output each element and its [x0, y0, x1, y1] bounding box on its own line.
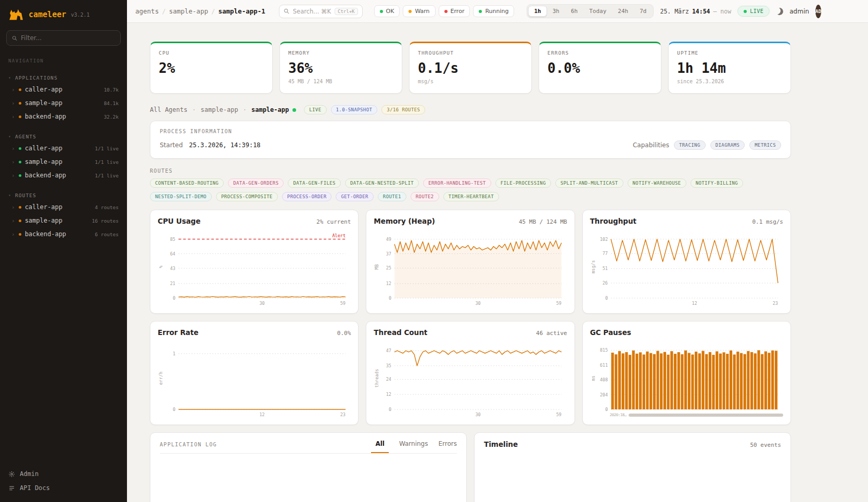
sidebar-item-applications-sample-app[interactable]: ›sample-app84.1k: [0, 96, 127, 110]
chart-value: 0.0%: [337, 330, 351, 337]
filter-input[interactable]: [21, 34, 115, 42]
avatar[interactable]: AD: [815, 5, 821, 18]
svg-text:12: 12: [386, 281, 391, 286]
status-dot: [19, 115, 21, 118]
route-badge-error-handling-test[interactable]: ERROR-HANDLING-TEST: [423, 178, 491, 188]
svg-text:0: 0: [389, 295, 391, 301]
stat-card-throughput: THROUGHPUT 0.1/s msg/s: [409, 42, 532, 94]
log-tab-errors[interactable]: Errors: [438, 440, 457, 453]
svg-text:59: 59: [556, 412, 561, 417]
log-tab-all[interactable]: All: [371, 440, 389, 453]
time-range-3h[interactable]: 3h: [547, 6, 565, 17]
breadcrumb-sample-app[interactable]: sample-app: [169, 7, 208, 15]
time-range-24h[interactable]: 24h: [612, 6, 634, 17]
chart-title: CPU Usage: [158, 217, 200, 225]
route-badge-notify-warehouse[interactable]: NOTIFY-WAREHOUSE: [628, 178, 686, 188]
date-label: 25. März: [660, 8, 688, 15]
agent-crumb-sample-app[interactable]: sample-app: [200, 106, 238, 113]
sidebar-item-applications-backend-app[interactable]: ›backend-app32.2k: [0, 110, 127, 123]
time-range-1h[interactable]: 1h: [528, 6, 546, 17]
route-badge-split-and-multicast[interactable]: SPLIT-AND-MULTICAST: [555, 178, 623, 188]
sidebar-filter[interactable]: [6, 30, 121, 46]
throughput-chart-svg: 0265177102msg/s1223: [590, 228, 783, 306]
sidebar-item-badge: 1/1 live: [95, 173, 119, 178]
search-placeholder: Search... ⌘K: [293, 8, 331, 15]
routes-section: ROUTES CONTENT-BASED-ROUTINGDATA-GEN-ORD…: [150, 168, 791, 201]
memory-heap-chart: 012253749MB3059: [374, 228, 567, 308]
svg-text:12: 12: [259, 412, 264, 417]
chevron-right-icon: ›: [11, 204, 15, 210]
status-dot: [19, 161, 21, 163]
sidebar-item-routes-backend-app[interactable]: ›backend-app6 routes: [0, 227, 127, 241]
status-dot: [380, 10, 383, 13]
sidebar-item-agents-backend-app[interactable]: ›backend-app1/1 live: [0, 169, 127, 182]
sidebar-group-applications[interactable]: ▾APPLICATIONS: [0, 72, 127, 83]
sidebar-footer: Admin API Docs: [0, 464, 127, 502]
route-badge-nested-split-demo[interactable]: NESTED-SPLIT-DEMO: [150, 192, 212, 201]
svg-text:0: 0: [605, 295, 608, 301]
status-filter-running[interactable]: Running: [473, 5, 514, 17]
time-range-6h[interactable]: 6h: [565, 6, 583, 17]
status-filter-label: Error: [451, 8, 465, 15]
chart-value: 45 MB / 124 MB: [519, 218, 567, 225]
sidebar-group-label: ROUTES: [15, 192, 36, 198]
sidebar-item-badge: 6 routes: [95, 231, 119, 237]
breadcrumb-sample-app-1[interactable]: sample-app-1: [218, 7, 265, 15]
route-badge-data-gen-files[interactable]: DATA-GEN-FILES: [288, 178, 340, 188]
live-dot: [744, 10, 747, 13]
time-range-today[interactable]: Today: [583, 6, 612, 17]
logo-row[interactable]: cameleer v3.2.1: [0, 0, 127, 28]
svg-text:ms: ms: [591, 376, 596, 381]
sidebar-item-routes-caller-app[interactable]: ›caller-app4 routes: [0, 200, 127, 214]
stats-row: CPU 2% MEMORY 36% 45 MB / 124 MB THROUGH…: [150, 42, 791, 94]
svg-text:85: 85: [170, 237, 175, 242]
sidebar-item-label: caller-app: [25, 86, 62, 93]
sidebar-item-routes-sample-app[interactable]: ›sample-app16 routes: [0, 214, 127, 227]
time-range-7d[interactable]: 7d: [634, 6, 652, 17]
svg-text:0: 0: [173, 295, 175, 301]
svg-text:37: 37: [386, 251, 391, 256]
log-tab-warnings[interactable]: Warnings: [399, 440, 428, 453]
status-filter-error[interactable]: Error: [439, 5, 470, 17]
sidebar-group-label: APPLICATIONS: [15, 75, 58, 81]
route-badge-data-gen-nested-split[interactable]: DATA-GEN-NESTED-SPLIT: [345, 178, 419, 188]
sidebar-group-routes[interactable]: ▾ROUTES: [0, 189, 127, 200]
sidebar-item-agents-sample-app[interactable]: ›sample-app1/1 live: [0, 155, 127, 169]
route-badge-data-gen-orders[interactable]: DATA-GEN-ORDERS: [228, 178, 284, 188]
chart-value: 0.1 msg/s: [752, 218, 783, 225]
route-badge-route2[interactable]: ROUTE2: [411, 192, 439, 201]
dark-mode-toggle[interactable]: [776, 5, 783, 18]
date-range-display[interactable]: 25. März 14:54 — now: [660, 8, 731, 15]
agent-crumb-all-agents[interactable]: All Agents: [150, 106, 187, 113]
route-badge-notify-billing[interactable]: NOTIFY-BILLING: [691, 178, 743, 188]
sidebar-item-api-docs[interactable]: API Docs: [8, 484, 119, 492]
route-badge-file-processing[interactable]: FILE-PROCESSING: [495, 178, 551, 188]
sidebar-group-label: AGENTS: [15, 134, 36, 139]
route-badge-process-composite[interactable]: PROCESS-COMPOSITE: [216, 192, 278, 201]
svg-text:23: 23: [340, 412, 346, 417]
route-badge-route1[interactable]: ROUTE1: [378, 192, 406, 201]
route-badge-timer-heartbeat[interactable]: TIMER-HEARTBEAT: [443, 192, 499, 201]
svg-text:0: 0: [605, 407, 608, 412]
chart-title: GC Pauses: [590, 328, 631, 337]
live-indicator[interactable]: LIVE: [737, 6, 770, 17]
chart-title: Throughput: [590, 217, 636, 225]
sidebar-group-agents[interactable]: ▾AGENTS: [0, 131, 127, 141]
status-dot: [19, 233, 21, 236]
gc-pauses-chart: 0204408611815ms2020:18…: [590, 340, 783, 417]
route-badge-process-order[interactable]: PROCESS-ORDER: [282, 192, 332, 201]
throughput-chart: 0265177102msg/s1223: [590, 228, 783, 308]
sidebar-item-admin[interactable]: Admin: [8, 470, 119, 478]
status-filter-ok[interactable]: OK: [374, 5, 400, 17]
agent-crumb-sample-app[interactable]: sample-app: [251, 106, 289, 113]
breadcrumb-agents[interactable]: agents: [135, 7, 159, 15]
sidebar-item-applications-caller-app[interactable]: ›caller-app10.7k: [0, 83, 127, 96]
search-box[interactable]: Search... ⌘K Ctrl+K: [279, 5, 363, 18]
route-badge-content-based-routing[interactable]: CONTENT-BASED-ROUTING: [150, 178, 224, 188]
status-filter-warn[interactable]: Warn: [403, 5, 435, 17]
gc-pauses-chart-card: GC Pauses 0204408611815ms2020:18…: [582, 321, 791, 425]
gc-xaxis-label-smear[interactable]: [629, 414, 783, 417]
status-dot: [19, 88, 21, 91]
sidebar-item-agents-caller-app[interactable]: ›caller-app1/1 live: [0, 141, 127, 155]
route-badge-get-order[interactable]: GET-ORDER: [336, 192, 373, 201]
